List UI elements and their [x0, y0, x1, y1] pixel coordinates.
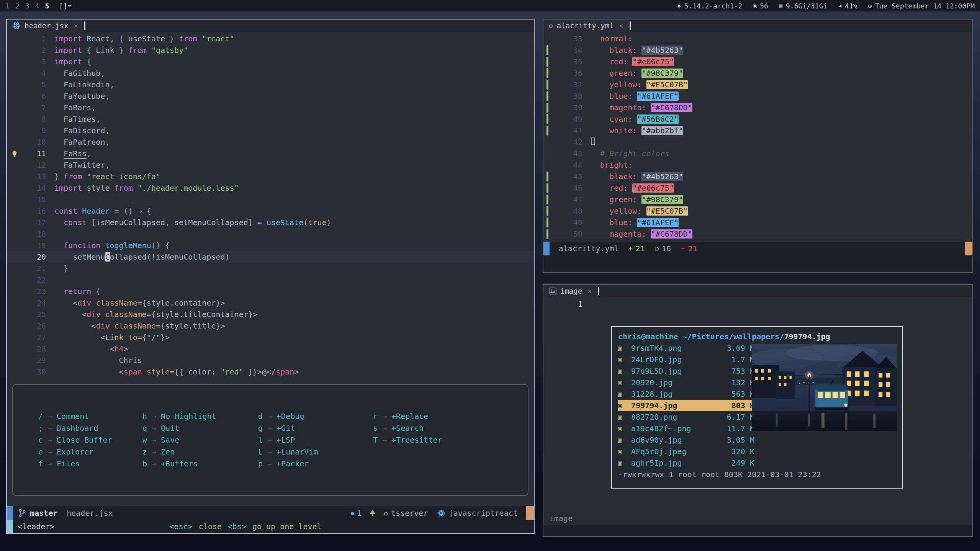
file-row[interactable]: ▣24LrDFQ.jpg1.7 M — [618, 354, 754, 365]
whichkey-item[interactable]: T→+Treesitter — [369, 434, 520, 446]
tab-header-jsx[interactable]: header.jsx × — [7, 20, 83, 32]
whichkey-item[interactable]: h→No Highlight — [139, 410, 254, 422]
whichkey-item[interactable]: d→+Debug — [254, 410, 369, 422]
code-line[interactable]: 16const Header = () ⇒ { — [7, 205, 534, 217]
git-branch-name[interactable]: master — [30, 508, 57, 518]
scroll-indicator[interactable] — [526, 506, 534, 520]
code-line[interactable]: 48 yellow: "#E5C07B" — [543, 205, 972, 217]
code-line[interactable]: 11 FaRss, — [7, 148, 534, 159]
code-line[interactable]: 44 bright: — [543, 159, 972, 171]
whichkey-item[interactable]: z→Zen — [139, 446, 254, 458]
file-row[interactable]: ▣882720.png6.17 M — [618, 411, 754, 423]
code-line[interactable]: 34 black: "#4b5263" — [543, 44, 972, 56]
code-line[interactable]: 41 white: "#abb2bf" — [543, 125, 972, 136]
cmdline-left[interactable]: <leader> <esc> close <bs> go up one leve… — [7, 520, 534, 533]
code-line[interactable]: 27 <Link to={"/"}> — [7, 332, 534, 343]
workspace-tag-1[interactable]: 1 — [5, 2, 10, 10]
code-line[interactable]: 3import { — [7, 56, 534, 67]
whichkey-item[interactable]: l→+LSP — [254, 434, 369, 446]
whichkey-item[interactable]: r→+Replace — [369, 410, 520, 422]
diagnostic-count[interactable]: ● 1 — [351, 508, 362, 518]
code-line[interactable]: 17 const [isMenuCollapsed, setMenuCollap… — [7, 217, 534, 228]
code-line[interactable]: 37 yellow: "#E5C07B" — [543, 79, 972, 90]
code-line[interactable]: 28 <h4> — [7, 343, 534, 355]
code-line[interactable]: 10 FaPatreon, — [7, 136, 534, 148]
code-line[interactable]: 36 green: "#98C379" — [543, 67, 972, 79]
file-row[interactable]: ▣9rsmTK4.png3.09 M — [618, 342, 754, 354]
file-row[interactable]: ▣97q9L5D.jpg753 K — [618, 365, 754, 377]
whichkey-item[interactable]: s→+Search — [369, 422, 520, 434]
code-line[interactable]: 5 FaLinkedin, — [7, 79, 534, 90]
code-line[interactable]: 18 — [7, 228, 534, 240]
code-line[interactable]: 40 cyan: "#56B6C2" — [543, 113, 972, 125]
file-row[interactable]: ▣AFq5r6j.jpeg320 K — [618, 446, 754, 457]
code-line[interactable]: 12 FaTwitter, — [7, 159, 534, 171]
code-line[interactable]: 46 red: "#e06c75" — [543, 182, 972, 194]
code-line[interactable]: 20 setMenuCollapsed(!isMenuCollapsed) — [7, 251, 534, 263]
workspace-tag-5[interactable]: 5 — [45, 2, 49, 10]
whichkey-item[interactable]: p→+Packer — [254, 458, 369, 469]
code-line[interactable]: 19 function toggleMenu() { — [7, 240, 534, 251]
code-line[interactable]: 15 — [7, 194, 534, 205]
code-line[interactable]: 33 normal: — [543, 33, 972, 44]
code-line[interactable]: 1 — [543, 298, 972, 310]
code-line[interactable]: 23 return ( — [7, 286, 534, 297]
cmdline-right[interactable] — [543, 255, 972, 272]
file-row[interactable]: ▣aghr5Ip.jpg249 K — [618, 457, 754, 469]
code-line[interactable]: 8 FaTimes, — [7, 113, 534, 125]
code-line[interactable]: 6 FaYoutube, — [7, 90, 534, 102]
code-line[interactable]: 50 magenta: "#C678DD" — [543, 228, 972, 240]
code-line[interactable]: 45 black: "#4b5263" — [543, 171, 972, 182]
code-line[interactable]: 1import React, { useState } from "react" — [7, 33, 534, 44]
code-line[interactable]: 42 — [543, 136, 972, 148]
code-line[interactable]: 7 FaBars, — [7, 102, 534, 113]
code-line[interactable]: 14import style from "./header.module.les… — [7, 182, 534, 194]
code-line[interactable]: 4 FaGithub, — [7, 67, 534, 79]
workspace-tag-2[interactable]: 2 — [15, 2, 20, 10]
terminal-content[interactable]: 1 chris@machine~/Pictures/wallpapers/799… — [543, 297, 972, 512]
code-line[interactable]: 35 red: "#e06c75" — [543, 56, 972, 67]
code-line[interactable]: 43 # Bright colors — [543, 148, 972, 159]
workspace-tag-3[interactable]: 3 — [25, 2, 29, 10]
code-line[interactable]: 38 blue: "#61AFEF" — [543, 90, 972, 102]
close-icon[interactable]: × — [587, 287, 592, 295]
whichkey-item[interactable]: g→+Git — [254, 422, 369, 434]
tab-image[interactable]: image × — [543, 285, 597, 297]
layout-indicator[interactable]: []= — [59, 2, 72, 10]
code-line[interactable]: 49 blue: "#61AFEF" — [543, 217, 972, 228]
whichkey-item[interactable]: b→+Buffers — [139, 458, 254, 469]
terminal-window[interactable]: image × 1 chris@machine~/Pictures/wallpa… — [543, 284, 973, 537]
code-line[interactable]: 13} from "react-icons/fa" — [7, 171, 534, 182]
tab-alacritty-yml[interactable]: ⚙ alacritty.yml × — [543, 20, 629, 32]
whichkey-item[interactable]: L→+LunarVim — [254, 446, 369, 458]
code-line[interactable]: 22 — [7, 274, 534, 286]
code-line[interactable]: 2import { Link } from "gatsby" — [7, 44, 534, 56]
code-line[interactable]: 21 } — [7, 263, 534, 274]
scroll-indicator[interactable] — [965, 242, 972, 255]
file-row[interactable]: ▣ad6v90y.jpg3.05 M — [618, 434, 754, 446]
whichkey-item[interactable]: e→Explorer — [34, 446, 139, 458]
code-line[interactable]: 39 magenta: "#C678DD" — [543, 102, 972, 113]
code-line[interactable]: 47 green: "#98C379" — [543, 194, 972, 205]
code-line[interactable]: 26 <div className={style.title}> — [7, 320, 534, 332]
file-row[interactable]: ▣31228.jpg563 K — [618, 388, 754, 400]
code-line[interactable]: 29 Chris — [7, 355, 534, 366]
whichkey-item[interactable]: /→Comment — [34, 410, 139, 422]
workspace-tag-4[interactable]: 4 — [35, 2, 39, 10]
cmdline-image[interactable] — [543, 525, 972, 536]
close-icon[interactable]: × — [619, 21, 623, 30]
code-line[interactable]: 25 <div className={style.titleContainer}… — [7, 309, 534, 320]
close-icon[interactable]: × — [74, 21, 78, 30]
file-row[interactable]: ▣799794.jpg803 K — [618, 400, 754, 411]
editor-window-right[interactable]: ⚙ alacritty.yml × 33 normal:34 black: "#… — [543, 19, 973, 273]
code-line[interactable]: 24 <div className={style.container}> — [7, 297, 534, 309]
whichkey-item[interactable]: ;→Dashboard — [34, 422, 139, 434]
file-row[interactable]: ▣a19c482f~.png11.7 M — [618, 423, 754, 434]
whichkey-item[interactable]: c→Close Buffer — [34, 434, 139, 446]
right-code[interactable]: 33 normal:34 black: "#4b5263"35 red: "#e… — [543, 32, 972, 242]
whichkey-item[interactable]: f→Files — [34, 458, 139, 469]
file-row[interactable]: ▣20920.jpg132 K — [618, 377, 754, 388]
code-line[interactable]: 9 FaDiscord, — [7, 125, 534, 136]
whichkey-item[interactable]: q→Quit — [139, 422, 254, 434]
editor-window-left[interactable]: header.jsx × 1import React, { useState }… — [6, 19, 535, 534]
